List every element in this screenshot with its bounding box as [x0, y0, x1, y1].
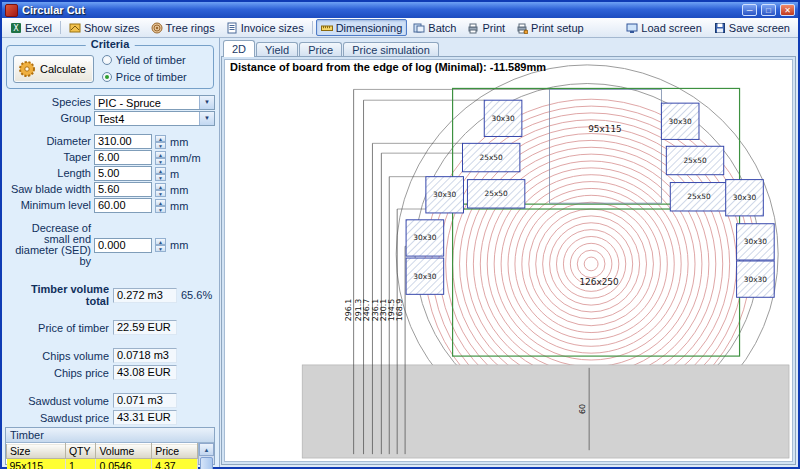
- field-label: Minimum level: [5, 200, 91, 211]
- tab-yield[interactable]: Yield: [256, 42, 298, 57]
- sawdust-volume-value: 0.071 m3: [113, 393, 177, 408]
- calculate-button[interactable]: Calculate: [13, 55, 94, 83]
- decrease-of-small-end-diameter-sed-by-input[interactable]: 0.000: [94, 238, 152, 253]
- field-unit: mm: [170, 200, 188, 212]
- species-dropdown[interactable]: PIC - Spruce▼: [94, 95, 215, 110]
- scroll-up-button[interactable]: ▲: [199, 443, 214, 456]
- toolbar-button-excel[interactable]: XExcel: [5, 19, 57, 36]
- toolbar-button-print[interactable]: Print: [462, 19, 510, 36]
- length-input[interactable]: 5.00: [94, 166, 152, 181]
- timber-volume-total-value: 0.272 m3: [113, 288, 177, 303]
- toolbar: XExcelShow sizesTree ringsInvoice sizesD…: [2, 18, 798, 38]
- toolbar-button-show-sizes[interactable]: Show sizes: [64, 19, 145, 36]
- tab-price-simulation[interactable]: Price simulation: [343, 42, 439, 57]
- result-label: Chips price: [5, 367, 109, 379]
- spinner-down-icon[interactable]: ▼: [155, 190, 166, 197]
- radio-label: Yield of timber: [116, 54, 186, 66]
- taper-stepper[interactable]: ▲▼: [155, 151, 166, 165]
- column-header-volume[interactable]: Volume: [96, 444, 152, 459]
- spinner-down-icon[interactable]: ▼: [155, 174, 166, 181]
- column-header-price[interactable]: Price: [152, 444, 198, 459]
- taper-input[interactable]: 6.00: [94, 150, 152, 165]
- price-of-timber-value: 22.59 EUR: [113, 320, 177, 335]
- timber-table: SizeQTYVolumePrice 95x11510.05464.37125x…: [6, 443, 198, 469]
- svg-text:X: X: [13, 24, 19, 33]
- spinner-down-icon[interactable]: ▼: [155, 245, 166, 252]
- tab-2d[interactable]: 2D: [223, 40, 255, 57]
- column-header-qty[interactable]: QTY: [65, 444, 95, 459]
- result-extra: 65.6%: [181, 289, 212, 301]
- chevron-down-icon[interactable]: ▼: [199, 112, 214, 125]
- result-row-timber-volume-total: Timber volume total0.272 m365.6%: [5, 283, 215, 307]
- radio-price-of-timber[interactable]: [102, 72, 112, 82]
- toolbar-separator: [60, 21, 61, 34]
- batch-icon: [413, 22, 425, 34]
- dropdown-value: Test4: [95, 112, 199, 125]
- board-size-label: 30x30: [733, 193, 757, 202]
- radio-label: Price of timber: [116, 71, 187, 83]
- decrease-of-small-end-diameter-sed-by-stepper[interactable]: ▲▼: [155, 238, 166, 252]
- maximize-button[interactable]: □: [761, 4, 776, 16]
- app-window: Circular Cut ─ □ ✕ XExcelShow sizesTree …: [0, 0, 800, 469]
- toolbar-right: Load screenSave screen: [621, 19, 795, 36]
- result-label: Timber volume total: [5, 283, 109, 307]
- invoice-sizes-icon: [226, 22, 238, 34]
- scrollbar-thumb[interactable]: [200, 457, 213, 469]
- result-label: Price of timber: [5, 322, 109, 334]
- tab-price[interactable]: Price: [299, 42, 342, 57]
- minimize-button[interactable]: ─: [742, 4, 757, 16]
- result-label: Sawdust price: [5, 412, 109, 424]
- minimum-level-input[interactable]: 60.00: [94, 198, 152, 213]
- dimensioning-icon: [321, 22, 333, 34]
- saw-blade-width-input[interactable]: 5.60: [94, 182, 152, 197]
- spinner-down-icon[interactable]: ▼: [155, 158, 166, 165]
- toolbar-button-dimensioning[interactable]: Dimensioning: [316, 19, 408, 36]
- field-label: Decrease of small end diameter (SED) by: [5, 223, 91, 267]
- toolbar-button-batch[interactable]: Batch: [408, 19, 461, 36]
- chevron-down-icon[interactable]: ▼: [199, 96, 214, 109]
- spinner-up-icon[interactable]: ▲: [155, 199, 166, 206]
- spinner-up-icon[interactable]: ▲: [155, 183, 166, 190]
- minimum-level-stepper[interactable]: ▲▼: [155, 199, 166, 213]
- toolbar-button-tree-rings[interactable]: Tree rings: [146, 19, 220, 36]
- spinner-up-icon[interactable]: ▲: [155, 151, 166, 158]
- spinner-up-icon[interactable]: ▲: [155, 238, 166, 245]
- group-dropdown[interactable]: Test4▼: [94, 111, 215, 126]
- board-size-label: 25x50: [687, 192, 711, 201]
- spinner-down-icon[interactable]: ▼: [155, 142, 166, 149]
- board-size-label: 30x30: [744, 275, 768, 284]
- toolbar-separator: [312, 21, 313, 34]
- diameter-input[interactable]: 310.00: [94, 134, 152, 149]
- toolbar-button-print-setup[interactable]: Print setup: [511, 19, 589, 36]
- dimension-label: 168.9: [395, 299, 404, 321]
- criteria-groupbox: Criteria Calculate Yield of timberPrice …: [6, 45, 214, 89]
- print-icon: [467, 22, 479, 34]
- timber-table-scrollbar[interactable]: ▲ ▼: [198, 443, 214, 464]
- toolbar-button-save-screen[interactable]: Save screen: [709, 19, 795, 36]
- dimension-label: 291.3: [354, 299, 363, 321]
- saw-blade-icon: [18, 60, 36, 78]
- table-cell: 4.37: [152, 459, 198, 469]
- dimension-label: 296.1: [344, 299, 353, 321]
- app-icon: [5, 4, 18, 17]
- diameter-stepper[interactable]: ▲▼: [155, 135, 166, 149]
- main-area: 2DYieldPricePrice simulation Distance of…: [220, 38, 798, 467]
- toolbar-button-invoice-sizes[interactable]: Invoice sizes: [221, 19, 309, 36]
- spinner-down-icon[interactable]: ▼: [155, 206, 166, 213]
- board-size-label: 30x30: [433, 190, 457, 199]
- table-row-95x115[interactable]: 95x11510.05464.37: [7, 459, 198, 469]
- spinner-up-icon[interactable]: ▲: [155, 167, 166, 174]
- saw-blade-width-stepper[interactable]: ▲▼: [155, 183, 166, 197]
- toolbar-button-label: Batch: [428, 22, 456, 34]
- column-header-size[interactable]: Size: [7, 444, 66, 459]
- result-label: Sawdust volume: [5, 395, 109, 407]
- criteria-option-price-of-timber: Price of timber: [102, 71, 187, 83]
- close-button[interactable]: ✕: [780, 4, 795, 16]
- tree-rings-icon: [151, 22, 163, 34]
- toolbar-button-load-screen[interactable]: Load screen: [621, 19, 707, 36]
- toolbar-button-label: Tree rings: [166, 22, 215, 34]
- field-label: Length: [5, 168, 91, 179]
- length-stepper[interactable]: ▲▼: [155, 167, 166, 181]
- radio-yield-of-timber[interactable]: [102, 55, 112, 65]
- spinner-up-icon[interactable]: ▲: [155, 135, 166, 142]
